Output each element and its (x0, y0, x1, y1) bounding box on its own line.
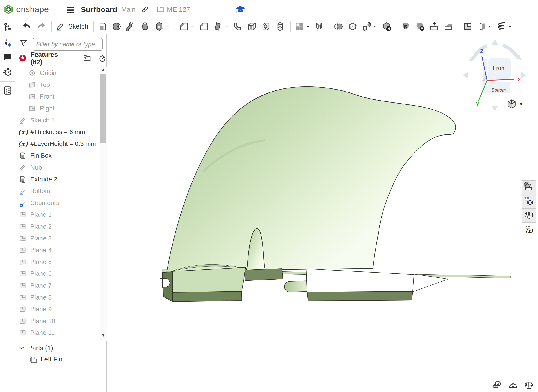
feature-row-countours[interactable]: Countours (15, 197, 99, 209)
rail-divider (0, 81, 15, 82)
tool-offset-surface-button[interactable] (429, 21, 439, 32)
tool-mirror-button[interactable] (314, 21, 324, 32)
rollback-timer-icon[interactable] (98, 54, 106, 63)
tool-boundary-surface-button[interactable] (443, 21, 453, 32)
bom-panel-button[interactable] (522, 194, 536, 209)
logo-wordmark[interactable]: onshape (16, 5, 49, 14)
feature-row-plane-10[interactable]: Plane 10 (15, 315, 99, 327)
tool-boolean-button[interactable] (333, 21, 344, 32)
feature-row-sketch-1[interactable]: Sketch 1 (15, 114, 99, 126)
tree-scrollbar-thumb[interactable] (100, 74, 106, 144)
tool-surface-button[interactable] (477, 21, 493, 32)
rotate-up-arrow (491, 40, 498, 45)
configurations-panel-button[interactable] (522, 209, 536, 223)
tool-linear-pattern-button[interactable] (294, 21, 310, 32)
sketch-tree-icon (19, 187, 27, 195)
feature-row-plane-11[interactable]: Plane 11 (15, 327, 99, 339)
feature-row-plane-3[interactable]: Plane 3 (15, 232, 99, 244)
tool-delete-part-button[interactable] (382, 21, 392, 32)
feature-row-plane-8[interactable]: Plane 8 (15, 291, 99, 303)
tool-rib-button[interactable] (232, 21, 243, 32)
tool-split-button[interactable] (348, 21, 358, 32)
tool-stack-button[interactable] (275, 21, 285, 32)
comments-icon[interactable] (3, 52, 12, 62)
rollback-badge-icon[interactable] (19, 54, 27, 63)
chevron-down-icon[interactable] (18, 345, 25, 351)
plane-tree-icon (19, 305, 27, 313)
revolve-icon (111, 21, 122, 32)
feature-row-layerheight-0-3-mm[interactable]: (x)#LayerHeight = 0.3 mm (15, 138, 99, 150)
tool-draft-button[interactable] (213, 21, 229, 32)
caret-down-icon[interactable] (306, 24, 310, 29)
caret-down-icon[interactable] (373, 24, 378, 29)
filter-funnel-icon[interactable] (19, 39, 28, 47)
tool-chamfer-button[interactable] (198, 21, 209, 32)
sketch-button[interactable]: Sketch (55, 21, 88, 32)
feature-row-thickness-6-mm[interactable]: (x)#Thickness = 6 mm (15, 126, 99, 138)
checklist-icon[interactable] (3, 86, 12, 95)
mass-properties-button[interactable] (524, 380, 534, 390)
feature-row-plane-6[interactable]: Plane 6 (15, 268, 99, 280)
appearance-panel-button[interactable] (522, 180, 536, 194)
tape-measure-button[interactable] (492, 380, 502, 390)
mirror-icon (314, 21, 324, 32)
feature-row-plane-7[interactable]: Plane 7 (15, 280, 99, 292)
tool-sweep-button[interactable] (126, 21, 136, 32)
tool-loft-button[interactable] (140, 21, 150, 32)
document-title[interactable]: Surfboard (81, 5, 117, 14)
insert-tab-icon[interactable] (3, 38, 12, 48)
feature-label: Top (40, 81, 50, 89)
feature-row-plane-2[interactable]: Plane 2 (15, 221, 99, 233)
feature-row-plane-1[interactable]: Plane 1 (15, 209, 99, 221)
parts-header-row[interactable]: Parts (1) (15, 343, 106, 353)
tool-revolve-button[interactable] (111, 21, 122, 32)
feature-row-plane-12[interactable]: Plane 12 (15, 339, 99, 341)
caret-down-icon[interactable] (508, 24, 512, 29)
tool-hole-button[interactable] (261, 21, 271, 32)
feature-row-plane-4[interactable]: Plane 4 (15, 244, 99, 256)
history-icon[interactable] (3, 67, 12, 77)
variables-icon: (x) (524, 224, 534, 235)
share-link-icon[interactable] (141, 6, 149, 13)
tool-helix-button[interactable] (496, 21, 512, 32)
versions-icon[interactable] (3, 22, 12, 32)
tool-extrude-button[interactable] (97, 21, 108, 32)
tool-fillet-button[interactable] (179, 21, 195, 32)
tool-plane-button[interactable] (462, 21, 473, 32)
new-folder-icon[interactable] (83, 54, 91, 63)
feature-row-right[interactable]: Right (15, 103, 99, 115)
feature-row-origin[interactable]: Origin (15, 67, 99, 79)
feature-label: Fin Box (30, 152, 52, 159)
feature-row-bottom[interactable]: Bottom (15, 185, 99, 197)
tree-scroll-up[interactable]: ▲ (100, 67, 106, 72)
caret-down-icon[interactable] (190, 24, 195, 29)
hamburger-menu-icon[interactable] (66, 6, 75, 13)
feature-row-plane-9[interactable]: Plane 9 (15, 303, 99, 315)
workspace-name[interactable]: Main (121, 6, 136, 13)
tool-move-face-button[interactable] (401, 21, 411, 32)
learning-center-icon[interactable] (235, 5, 246, 14)
caret-down-icon[interactable] (488, 24, 493, 29)
caret-down-icon[interactable] (165, 24, 170, 29)
caret-down-icon[interactable] (224, 24, 229, 29)
part-list-item[interactable]: Left Fin (15, 354, 106, 365)
view-mode-selector[interactable]: ▼ (507, 99, 524, 109)
tool-transform-button[interactable] (362, 21, 378, 32)
filter-input[interactable] (33, 38, 103, 51)
tree-scroll-down[interactable]: ▼ (100, 332, 106, 338)
feature-row-extrude-2[interactable]: Extrude 2 (15, 173, 99, 185)
project-name[interactable]: ME 127 (167, 6, 190, 13)
undo-button[interactable] (22, 21, 32, 32)
feature-row-top[interactable]: Top (15, 79, 99, 91)
transform-icon (362, 21, 372, 32)
protractor-button[interactable] (508, 380, 518, 390)
tool-delete-face-button[interactable] (415, 21, 425, 32)
feature-row-front[interactable]: Front (15, 91, 99, 103)
redo-button[interactable] (36, 21, 46, 32)
tool-thicken-button[interactable] (154, 21, 170, 32)
feature-row-nub[interactable]: Nub (15, 162, 99, 173)
tool-shell-button[interactable] (247, 21, 257, 32)
feature-row-fin-box[interactable]: Fin Box (15, 150, 99, 162)
feature-row-plane-5[interactable]: Plane 5 (15, 256, 99, 268)
variables-panel-button[interactable]: (x) (522, 223, 536, 237)
